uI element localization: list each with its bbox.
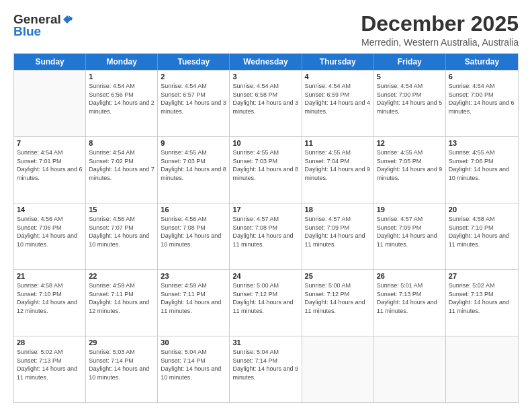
logo-blue: Blue (13, 24, 41, 39)
cell-info: Sunrise: 4:54 AM Sunset: 6:57 PM Dayligh… (161, 82, 226, 116)
cell-info: Sunrise: 4:55 AM Sunset: 7:03 PM Dayligh… (161, 148, 226, 182)
cell-info: Sunrise: 5:04 AM Sunset: 7:14 PM Dayligh… (161, 348, 226, 381)
page: General Blue December 2025 Merredin, Wes… (0, 0, 532, 411)
calendar-header: SundayMondayTuesdayWednesdayThursdayFrid… (14, 54, 518, 70)
cell-info: Sunrise: 4:58 AM Sunset: 7:10 PM Dayligh… (449, 215, 515, 248)
header-day-friday: Friday (374, 54, 446, 70)
day-number: 6 (449, 73, 515, 81)
cell-info: Sunrise: 4:57 AM Sunset: 7:09 PM Dayligh… (377, 215, 443, 248)
month-title: December 2025 (361, 12, 519, 36)
day-number: 5 (377, 73, 443, 81)
day-number: 14 (17, 205, 83, 214)
day-cell-5: 5Sunrise: 4:54 AM Sunset: 7:00 PM Daylig… (374, 71, 446, 136)
week-row-1: 1Sunrise: 4:54 AM Sunset: 6:56 PM Daylig… (14, 70, 518, 136)
cell-info: Sunrise: 4:56 AM Sunset: 7:06 PM Dayligh… (17, 215, 83, 248)
day-cell-7: 7Sunrise: 4:54 AM Sunset: 7:01 PM Daylig… (14, 137, 86, 203)
location: Merredin, Western Australia, Australia (361, 37, 519, 48)
day-number: 13 (449, 139, 515, 147)
cell-info: Sunrise: 5:04 AM Sunset: 7:14 PM Dayligh… (232, 348, 298, 381)
calendar-body: 1Sunrise: 4:54 AM Sunset: 6:56 PM Daylig… (14, 70, 518, 402)
day-cell-21: 21Sunrise: 4:58 AM Sunset: 7:10 PM Dayli… (14, 270, 86, 336)
cell-info: Sunrise: 4:54 AM Sunset: 6:59 PM Dayligh… (305, 82, 371, 116)
day-number: 15 (89, 205, 154, 214)
day-number: 16 (161, 205, 226, 214)
cell-info: Sunrise: 4:54 AM Sunset: 7:00 PM Dayligh… (377, 82, 443, 116)
day-cell-9: 9Sunrise: 4:55 AM Sunset: 7:03 PM Daylig… (158, 137, 230, 203)
header-day-tuesday: Tuesday (158, 54, 230, 70)
empty-cell (374, 336, 446, 402)
title-area: December 2025 Merredin, Western Australi… (361, 12, 519, 48)
cell-info: Sunrise: 4:57 AM Sunset: 7:08 PM Dayligh… (232, 215, 298, 248)
day-number: 25 (305, 272, 371, 280)
day-number: 31 (232, 338, 298, 347)
day-number: 20 (449, 205, 515, 214)
header-day-monday: Monday (86, 54, 158, 70)
header-day-sunday: Sunday (14, 54, 86, 70)
cell-info: Sunrise: 4:58 AM Sunset: 7:10 PM Dayligh… (17, 281, 83, 315)
cell-info: Sunrise: 4:55 AM Sunset: 7:04 PM Dayligh… (305, 148, 371, 182)
day-cell-18: 18Sunrise: 4:57 AM Sunset: 7:09 PM Dayli… (302, 203, 374, 269)
logo-icon (62, 14, 73, 25)
cell-info: Sunrise: 4:57 AM Sunset: 7:09 PM Dayligh… (305, 215, 371, 248)
day-cell-1: 1Sunrise: 4:54 AM Sunset: 6:56 PM Daylig… (86, 71, 158, 136)
cell-info: Sunrise: 5:02 AM Sunset: 7:13 PM Dayligh… (17, 348, 83, 381)
cell-info: Sunrise: 5:02 AM Sunset: 7:13 PM Dayligh… (449, 281, 515, 315)
day-cell-25: 25Sunrise: 5:00 AM Sunset: 7:12 PM Dayli… (302, 270, 374, 336)
day-number: 2 (161, 73, 226, 81)
day-number: 30 (161, 338, 226, 347)
day-cell-30: 30Sunrise: 5:04 AM Sunset: 7:14 PM Dayli… (158, 336, 230, 402)
day-cell-23: 23Sunrise: 4:59 AM Sunset: 7:11 PM Dayli… (158, 270, 230, 336)
day-cell-11: 11Sunrise: 4:55 AM Sunset: 7:04 PM Dayli… (302, 137, 374, 203)
cell-info: Sunrise: 4:54 AM Sunset: 7:02 PM Dayligh… (89, 148, 154, 182)
day-number: 26 (377, 272, 443, 280)
day-cell-6: 6Sunrise: 4:54 AM Sunset: 7:00 PM Daylig… (446, 71, 518, 136)
week-row-3: 14Sunrise: 4:56 AM Sunset: 7:06 PM Dayli… (14, 203, 518, 269)
empty-cell (302, 336, 374, 402)
day-cell-26: 26Sunrise: 5:01 AM Sunset: 7:13 PM Dayli… (374, 270, 446, 336)
day-number: 12 (377, 139, 443, 147)
day-cell-20: 20Sunrise: 4:58 AM Sunset: 7:10 PM Dayli… (446, 203, 518, 269)
day-number: 17 (232, 205, 298, 214)
week-row-4: 21Sunrise: 4:58 AM Sunset: 7:10 PM Dayli… (14, 269, 518, 336)
day-cell-14: 14Sunrise: 4:56 AM Sunset: 7:06 PM Dayli… (14, 203, 86, 269)
day-number: 23 (161, 272, 226, 280)
day-number: 29 (89, 338, 154, 347)
cell-info: Sunrise: 5:00 AM Sunset: 7:12 PM Dayligh… (305, 281, 371, 315)
day-cell-8: 8Sunrise: 4:54 AM Sunset: 7:02 PM Daylig… (86, 137, 158, 203)
cell-info: Sunrise: 4:55 AM Sunset: 7:06 PM Dayligh… (449, 148, 515, 182)
cell-info: Sunrise: 4:55 AM Sunset: 7:03 PM Dayligh… (232, 148, 298, 182)
day-cell-16: 16Sunrise: 4:56 AM Sunset: 7:08 PM Dayli… (158, 203, 230, 269)
cell-info: Sunrise: 5:00 AM Sunset: 7:12 PM Dayligh… (232, 281, 298, 315)
week-row-5: 28Sunrise: 5:02 AM Sunset: 7:13 PM Dayli… (14, 336, 518, 402)
cell-info: Sunrise: 4:56 AM Sunset: 7:07 PM Dayligh… (89, 215, 154, 248)
day-cell-15: 15Sunrise: 4:56 AM Sunset: 7:07 PM Dayli… (86, 203, 158, 269)
day-number: 19 (377, 205, 443, 214)
day-cell-10: 10Sunrise: 4:55 AM Sunset: 7:03 PM Dayli… (230, 137, 302, 203)
cell-info: Sunrise: 4:54 AM Sunset: 7:01 PM Dayligh… (17, 148, 83, 182)
cell-info: Sunrise: 5:03 AM Sunset: 7:14 PM Dayligh… (89, 348, 154, 381)
day-number: 7 (17, 139, 83, 147)
cell-info: Sunrise: 4:54 AM Sunset: 7:00 PM Dayligh… (449, 82, 515, 116)
day-cell-28: 28Sunrise: 5:02 AM Sunset: 7:13 PM Dayli… (14, 336, 86, 402)
day-number: 22 (89, 272, 154, 280)
day-number: 28 (17, 338, 83, 347)
cell-info: Sunrise: 4:59 AM Sunset: 7:11 PM Dayligh… (161, 281, 226, 315)
header-day-thursday: Thursday (302, 54, 374, 70)
calendar: SundayMondayTuesdayWednesdayThursdayFrid… (13, 53, 519, 403)
day-cell-17: 17Sunrise: 4:57 AM Sunset: 7:08 PM Dayli… (230, 203, 302, 269)
day-cell-19: 19Sunrise: 4:57 AM Sunset: 7:09 PM Dayli… (374, 203, 446, 269)
cell-info: Sunrise: 4:59 AM Sunset: 7:11 PM Dayligh… (89, 281, 154, 315)
day-cell-27: 27Sunrise: 5:02 AM Sunset: 7:13 PM Dayli… (446, 270, 518, 336)
empty-cell (446, 336, 518, 402)
header: General Blue December 2025 Merredin, Wes… (13, 12, 519, 48)
day-number: 9 (161, 139, 226, 147)
day-cell-4: 4Sunrise: 4:54 AM Sunset: 6:59 PM Daylig… (302, 71, 374, 136)
day-number: 8 (89, 139, 154, 147)
day-number: 11 (305, 139, 371, 147)
cell-info: Sunrise: 5:01 AM Sunset: 7:13 PM Dayligh… (377, 281, 443, 315)
cell-info: Sunrise: 4:54 AM Sunset: 6:56 PM Dayligh… (89, 82, 154, 116)
day-number: 24 (232, 272, 298, 280)
cell-info: Sunrise: 4:55 AM Sunset: 7:05 PM Dayligh… (377, 148, 443, 182)
day-cell-29: 29Sunrise: 5:03 AM Sunset: 7:14 PM Dayli… (86, 336, 158, 402)
empty-cell (14, 71, 86, 136)
